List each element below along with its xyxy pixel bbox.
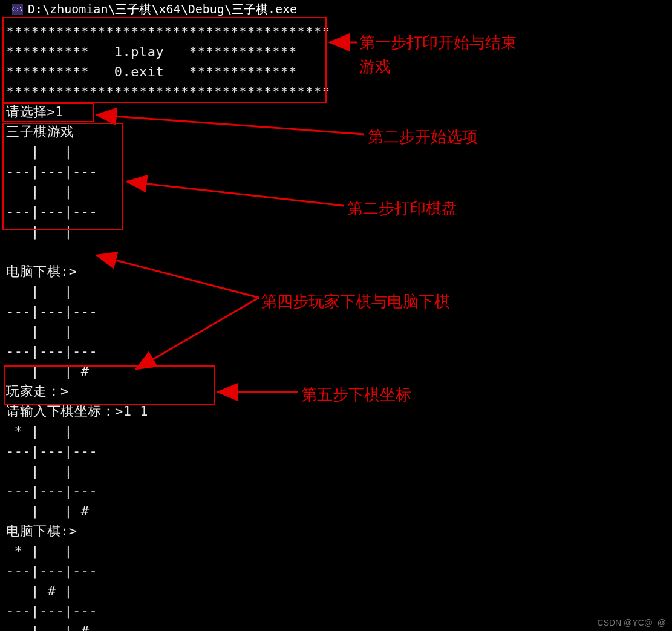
window-titlebar: C:\ D:\zhuomian\三子棋\x64\Debug\三子棋.exe: [0, 0, 297, 18]
annotation-step1-line1: 第一步打印开始与结束: [359, 33, 517, 51]
annotation-step5: 第五步下棋坐标: [301, 382, 411, 407]
highlight-box-input: [4, 365, 215, 405]
annotation-step2b: 第二步打印棋盘: [347, 196, 457, 220]
watermark: CSDN @YC@_@: [598, 618, 666, 627]
annotation-step1-line2: 游戏: [359, 57, 391, 76]
console-icon: C:\: [12, 4, 23, 15]
annotation-step2a: 第二步开始选项: [368, 125, 478, 149]
annotation-step4: 第四步玩家下棋与电脑下棋: [261, 289, 450, 313]
highlight-box-menu: [2, 17, 327, 103]
annotation-step1: 第一步打印开始与结束 游戏: [359, 30, 517, 79]
window-title-path: D:\zhuomian\三子棋\x64\Debug\三子棋.exe: [28, 1, 297, 18]
highlight-box-board: [2, 123, 123, 230]
highlight-box-select: [2, 103, 94, 122]
